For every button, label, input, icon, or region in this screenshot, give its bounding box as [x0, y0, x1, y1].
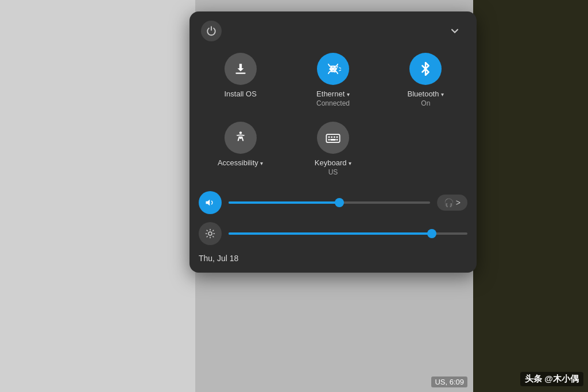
quick-settings-panel: Install OS </> Ethernet ▾ Connected	[189, 11, 477, 273]
brightness-slider-fill	[229, 232, 432, 235]
keyboard-label: Keyboard ▾ US	[315, 158, 351, 177]
svg-point-13	[208, 232, 212, 235]
bluetooth-icon-circle	[409, 53, 442, 85]
status-bar: US, 6:09	[431, 377, 467, 387]
brightness-slider-track	[229, 232, 467, 235]
ethernet-sublabel: Connected	[316, 99, 350, 108]
volume-slider-track	[229, 201, 430, 204]
ethernet-icon-circle: </>	[317, 53, 349, 85]
volume-row: 🎧 >	[199, 191, 467, 214]
time-label: 6:09	[450, 378, 464, 386]
svg-point-3	[239, 132, 241, 134]
date-label: Thu, Jul 18	[199, 254, 238, 263]
bluetooth-arrow: ▾	[441, 91, 444, 98]
svg-text:</>: </>	[329, 64, 341, 73]
keyboard-arrow: ▾	[349, 160, 351, 166]
ethernet-arrow: ▾	[347, 91, 350, 98]
svg-line-16	[207, 230, 207, 231]
collapse-button[interactable]	[444, 21, 465, 41]
accessibility-label: Accessibility ▾	[218, 158, 263, 168]
install-os-toggle[interactable]: Install OS	[199, 53, 282, 108]
headphone-icon: 🎧	[444, 198, 454, 207]
svg-rect-4	[326, 135, 339, 143]
headphone-arrow: >	[456, 198, 461, 207]
power-button[interactable]	[201, 21, 222, 41]
background-left	[0, 0, 195, 392]
keyboard-sublabel: US	[315, 168, 351, 177]
background-right	[473, 0, 588, 392]
bluetooth-toggle[interactable]: Bluetooth ▾ On	[384, 53, 467, 108]
bluetooth-label: Bluetooth ▾ On	[408, 90, 444, 108]
svg-line-17	[213, 236, 214, 237]
brightness-row	[199, 222, 467, 245]
volume-slider-container[interactable]	[229, 201, 430, 204]
brightness-button[interactable]	[199, 222, 222, 245]
bluetooth-sublabel: On	[408, 99, 444, 108]
brightness-slider-thumb[interactable]	[427, 229, 436, 238]
svg-line-20	[207, 236, 207, 237]
volume-button[interactable]	[199, 191, 222, 214]
watermark: 头条 @木小偶	[520, 372, 583, 386]
panel-header	[199, 21, 467, 41]
accessibility-icon-circle	[225, 122, 257, 154]
svg-marker-12	[206, 200, 210, 206]
panel-footer: Thu, Jul 18	[199, 253, 467, 263]
keyboard-icon-circle	[317, 122, 349, 154]
volume-slider-fill	[229, 201, 339, 204]
ethernet-label: Ethernet ▾ Connected	[316, 90, 350, 108]
accessibility-arrow: ▾	[260, 160, 263, 166]
install-os-label: Install OS	[224, 90, 256, 99]
keyboard-toggle[interactable]: Keyboard ▾ US	[291, 122, 374, 177]
volume-slider-thumb[interactable]	[335, 198, 344, 207]
locale-label: US	[435, 378, 445, 386]
accessibility-toggle[interactable]: Accessibility ▾	[199, 122, 282, 177]
ethernet-toggle[interactable]: </> Ethernet ▾ Connected	[291, 53, 374, 108]
brightness-slider-container[interactable]	[229, 232, 467, 235]
headphone-button[interactable]: 🎧 >	[437, 195, 467, 211]
toggles-row-1: Install OS </> Ethernet ▾ Connected	[199, 53, 467, 108]
svg-rect-0	[235, 73, 245, 74]
svg-line-21	[213, 230, 214, 231]
install-os-icon-circle	[225, 53, 257, 85]
toggles-row-2: Accessibility ▾ Keyboard ▾ US	[199, 122, 467, 177]
